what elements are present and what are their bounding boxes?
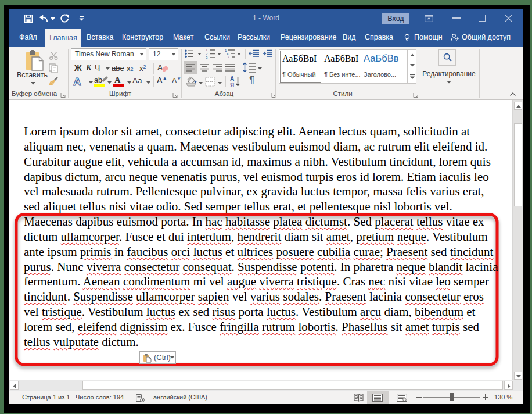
svg-text:А: А <box>73 76 81 88</box>
svg-text:А: А <box>230 76 234 82</box>
svg-text:3: 3 <box>206 56 208 59</box>
svg-text:i: i <box>228 56 229 59</box>
svg-text:Я: Я <box>230 82 234 88</box>
svg-text:A: A <box>157 63 163 72</box>
svg-text:2: 2 <box>206 52 208 56</box>
svg-text:1: 1 <box>206 48 208 52</box>
